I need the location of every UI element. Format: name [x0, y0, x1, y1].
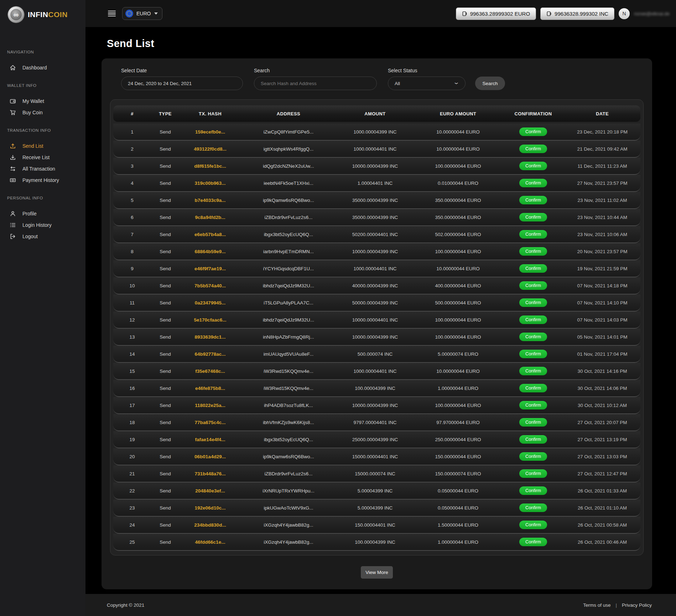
confirm-button[interactable]: Confirm: [519, 333, 547, 341]
cell-hash[interactable]: 493122f0cd8...: [180, 146, 241, 152]
cell-hash[interactable]: 731b448a76...: [180, 471, 241, 476]
confirm-button[interactable]: Confirm: [519, 452, 547, 461]
table-row: 3Sendd8f615fe1bc...idQgf2dcNZNeX2uUw...1…: [113, 158, 640, 175]
sidebar-item-my-wallet[interactable]: My Wallet: [0, 95, 85, 107]
confirm-button[interactable]: Confirm: [519, 469, 547, 478]
cell-hash[interactable]: 7b5b574a40...: [180, 283, 241, 288]
table-row: 8Send68864b59e9...iarbn9HvpETmDRMN...100…: [113, 243, 640, 260]
confirm-button[interactable]: Confirm: [519, 384, 547, 392]
swap-icon: [10, 166, 16, 172]
confirm-button[interactable]: Confirm: [519, 401, 547, 409]
cell-hash[interactable]: 9c8a94fd2b...: [180, 215, 241, 220]
sidebar-item-label: Logout: [22, 234, 38, 239]
euro-balance-button[interactable]: 996363.28999302 EURO: [456, 7, 536, 20]
status-select[interactable]: All ⌄: [388, 77, 466, 90]
cell-hash[interactable]: 06b01a4d29...: [180, 454, 241, 459]
cell-date: 26 Oct, 2021 01:10 AM: [564, 505, 640, 511]
sidebar-item-receive-list[interactable]: Receive List: [0, 152, 85, 163]
cell-hash[interactable]: 234bbd830d...: [180, 522, 241, 528]
cell-euro: 1.50000044 EURO: [414, 522, 502, 528]
cell-euro: 502.00000044 EURO: [414, 232, 502, 237]
sidebar-item-logout[interactable]: Logout: [0, 231, 85, 242]
cell-hash[interactable]: 319c00b963...: [180, 181, 241, 186]
cell-date: 07 Nov, 2021 14:10 PM: [564, 300, 640, 306]
confirm-button[interactable]: Confirm: [519, 503, 547, 512]
cell-hash[interactable]: 64b92778ac...: [180, 351, 241, 357]
sidebar-item-buy-coin[interactable]: Buy Coin: [0, 107, 85, 118]
cell-hash[interactable]: 118022e25a...: [180, 403, 241, 408]
cell-euro: 10.00000044 EURO: [414, 266, 502, 271]
inc-balance-button[interactable]: 99636328.999302 INC: [540, 7, 614, 20]
search-input[interactable]: [254, 77, 377, 90]
avatar[interactable]: N: [619, 8, 630, 19]
confirm-button[interactable]: Confirm: [519, 367, 547, 375]
wallet-small-icon: [462, 11, 467, 16]
confirm-button[interactable]: Confirm: [519, 315, 547, 324]
cell-date: 30 Oct, 2021 14:16 PM: [564, 369, 640, 374]
cell-hash[interactable]: 46fdd66c1e...: [180, 539, 241, 545]
confirm-button[interactable]: Confirm: [519, 281, 547, 290]
cell-euro: 10.00000044 EURO: [414, 129, 502, 135]
confirm-button[interactable]: Confirm: [519, 521, 547, 529]
confirm-button[interactable]: Confirm: [519, 418, 547, 427]
cell-num: 18: [113, 420, 151, 425]
confirm-button[interactable]: Confirm: [519, 230, 547, 239]
cell-address: iarbn9HvpETmDRMN...: [241, 249, 336, 254]
confirm-button[interactable]: Confirm: [519, 435, 547, 444]
cell-address: igttXsqhpkWs4RfggQ...: [241, 146, 336, 152]
view-more-button[interactable]: View More: [361, 566, 393, 579]
terms-link[interactable]: Terms of use: [583, 602, 610, 608]
cell-hash[interactable]: d8f615fe1bc...: [180, 163, 241, 169]
sidebar-item-label: Receive List: [22, 155, 50, 160]
cell-hash[interactable]: 68864b59e9...: [180, 249, 241, 254]
confirm-button[interactable]: Confirm: [519, 264, 547, 273]
sidebar-item-dashboard[interactable]: Dashboard: [0, 62, 85, 73]
table-row: 23Send192e06d10c...ipkUGwAoTcWtV9xG...5.…: [113, 500, 640, 517]
search-button[interactable]: Search: [475, 77, 505, 90]
confirm-button[interactable]: Confirm: [519, 127, 547, 136]
cell-hash[interactable]: e46fe875b8...: [180, 386, 241, 391]
privacy-link[interactable]: Privacy Policy: [622, 602, 652, 608]
cell-amount: 50000.00004399 INC: [336, 300, 414, 306]
cell-type: Send: [151, 471, 180, 476]
date-range-input[interactable]: 24 Dec, 2020 to 24 Dec, 2021: [121, 77, 243, 90]
cell-hash[interactable]: e46f9f7ae19...: [180, 266, 241, 271]
sidebar-item-send-list[interactable]: Send List: [0, 140, 85, 152]
sidebar-item-label: Login History: [22, 222, 52, 228]
table-row: 16Sende46fe875b8...iW3Rwd15KQQmv4e...100…: [113, 380, 640, 397]
sidebar-item-all-transaction[interactable]: All Transaction: [0, 163, 85, 174]
currency-dropdown[interactable]: EURO: [122, 7, 162, 20]
sidebar-item-profile[interactable]: Profile: [0, 208, 85, 219]
cell-hash[interactable]: e6eb57b4a8...: [180, 232, 241, 237]
cell-hash[interactable]: 5e170cfaac6...: [180, 317, 241, 323]
confirm-button[interactable]: Confirm: [519, 486, 547, 495]
cell-hash[interactable]: f35e67468c...: [180, 369, 241, 374]
cell-hash[interactable]: 0a23479945...: [180, 300, 241, 306]
confirm-button[interactable]: Confirm: [519, 298, 547, 307]
confirm-button[interactable]: Confirm: [519, 247, 547, 256]
coin-logo-icon: ∞: [8, 6, 24, 23]
cell-hash[interactable]: 192e06d10c...: [180, 505, 241, 511]
cell-hash[interactable]: b7e4033c9a...: [180, 198, 241, 203]
confirm-button[interactable]: Confirm: [519, 162, 547, 170]
confirm-button[interactable]: Confirm: [519, 179, 547, 187]
column-header: ADDRESS: [241, 111, 336, 116]
cell-hash[interactable]: 8933639dc1...: [180, 334, 241, 340]
cell-type: Send: [151, 283, 180, 288]
cell-euro: 100.00000044 EURO: [414, 334, 502, 340]
menu-icon[interactable]: [108, 11, 116, 16]
confirm-button[interactable]: Confirm: [519, 350, 547, 358]
confirm-button[interactable]: Confirm: [519, 538, 547, 546]
confirm-button[interactable]: Confirm: [519, 145, 547, 153]
cell-hash[interactable]: 204840e3ef...: [180, 488, 241, 494]
cell-hash[interactable]: fafae14e4f4...: [180, 437, 241, 442]
sidebar-item-login-history[interactable]: Login History: [0, 219, 85, 231]
cell-type: Send: [151, 146, 180, 152]
cell-amount: 15000.00004401 INC: [336, 454, 414, 459]
cell-hash[interactable]: 77ba675c4c...: [180, 420, 241, 425]
confirm-button[interactable]: Confirm: [519, 196, 547, 204]
cell-hash[interactable]: 159ecefb0e...: [180, 129, 241, 135]
confirm-button[interactable]: Confirm: [519, 213, 547, 221]
sidebar-item-payment-history[interactable]: Payment History: [0, 174, 85, 186]
brand-logo[interactable]: ∞ INFINCOIN: [0, 0, 85, 23]
